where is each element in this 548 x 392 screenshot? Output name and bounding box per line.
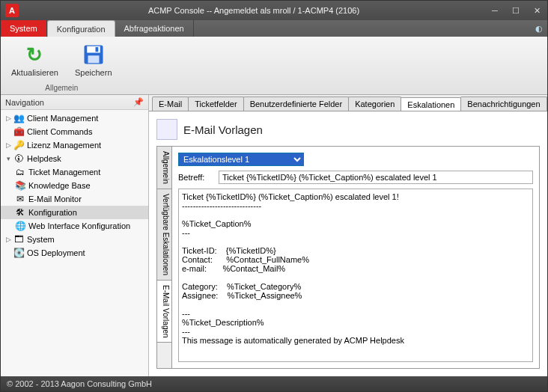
menu-konfiguration[interactable]: Konfiguration [47, 20, 115, 37]
tab-ticketfelder[interactable]: Ticketfelder [188, 97, 243, 111]
navigation-title: Navigation [5, 98, 44, 107]
refresh-button[interactable]: ↻ Aktualisieren [8, 41, 61, 79]
mail-icon: ✉ [14, 193, 26, 205]
page-title: E-Mail Vorlagen [183, 123, 263, 136]
tree-client-commands[interactable]: 🧰Client Commands [1, 125, 148, 138]
refresh-label: Aktualisieren [11, 68, 58, 77]
svg-rect-2 [88, 55, 99, 63]
navigation-panel: Navigation 📌 ▷👥Client Management 🧰Client… [1, 95, 149, 376]
commands-icon: 🧰 [13, 126, 25, 138]
vtab-verfuegbar[interactable]: Verfügbare Eskalationen [157, 189, 171, 281]
save-icon [82, 43, 106, 67]
svg-rect-3 [95, 47, 98, 52]
status-bar: © 2002 - 2013 Aagon Consulting GmbH [1, 376, 547, 391]
menubar: System Konfiguration Abfrageaktionen ◐ [1, 20, 547, 37]
ribbon: ↻ Aktualisieren Speichern Allgemein [1, 37, 547, 95]
save-label: Speichern [75, 68, 112, 77]
system-icon: 🗔 [13, 233, 25, 245]
vtab-vorlagen[interactable]: E-Mail Vorlagen [157, 281, 171, 343]
window-title: ACMP Console -- Angemeldet als mroll / 1… [23, 6, 484, 15]
tree-os-deployment[interactable]: 💽OS Deployment [1, 246, 148, 260]
tree-lizenz-management[interactable]: ▷🔑Lizenz Management [1, 138, 148, 152]
tab-email[interactable]: E-Mail [152, 97, 189, 111]
tab-benutzerfelder[interactable]: Benutzerdefinierte Felder [243, 97, 350, 111]
tree-konfiguration[interactable]: 🛠Konfiguration [1, 206, 148, 219]
tree-helpdesk[interactable]: ▾🛈Helpdesk [1, 152, 148, 165]
content-area: E-Mail Ticketfelder Benutzerdefinierte F… [149, 95, 547, 376]
help-icon[interactable]: ◐ [531, 20, 547, 37]
tree-client-management[interactable]: ▷👥Client Management [1, 111, 148, 125]
users-icon: 👥 [13, 112, 25, 124]
template-body-textarea[interactable] [178, 189, 533, 362]
tab-kategorien[interactable]: Kategorien [348, 97, 401, 111]
vtab-allgemein[interactable]: Allgemein [157, 147, 171, 189]
ribbon-group-allgemein: ↻ Aktualisieren Speichern Allgemein [1, 37, 123, 94]
save-button[interactable]: Speichern [72, 41, 115, 79]
titlebar: A ACMP Console -- Angemeldet als mroll /… [1, 1, 547, 20]
refresh-icon: ↻ [22, 43, 46, 67]
globe-icon: 🌐 [14, 220, 26, 232]
editor-panel: Allgemein Verfügbare Eskalationen E-Mail… [156, 146, 540, 369]
tab-benachrichtigungen[interactable]: Benachrichtigungen [460, 97, 547, 111]
pin-icon[interactable]: 📌 [133, 97, 144, 107]
escalation-level-select[interactable]: Eskalationslevel 1 [178, 153, 304, 166]
ribbon-group-label: Allgemein [8, 83, 115, 93]
menu-abfrageaktionen[interactable]: Abfrageaktionen [115, 20, 194, 37]
close-button[interactable]: ✕ [526, 3, 547, 18]
maximize-button[interactable]: ☐ [505, 3, 526, 18]
tab-anhaenge[interactable]: Anhänge [547, 97, 547, 111]
vertical-tabs: Allgemein Verfügbare Eskalationen E-Mail… [157, 147, 172, 368]
ticket-icon: 🗂 [14, 166, 26, 178]
betreff-label: Betreff: [178, 173, 214, 182]
menu-system[interactable]: System [1, 20, 47, 37]
app-window: A ACMP Console -- Angemeldet als mroll /… [0, 0, 548, 392]
tree-system[interactable]: ▷🗔System [1, 233, 148, 246]
betreff-input[interactable] [219, 171, 533, 184]
page-icon [156, 119, 177, 140]
tab-strip: E-Mail Ticketfelder Benutzerdefinierte F… [149, 95, 547, 111]
tree-knowledge-base[interactable]: 📚Knowledge Base [1, 179, 148, 192]
helpdesk-icon: 🛈 [13, 153, 25, 165]
tree-ticket-management[interactable]: 🗂Ticket Management [1, 165, 148, 179]
tab-eskalationen[interactable]: Eskalationen [401, 97, 461, 111]
page-body: E-Mail Vorlagen Allgemein Verfügbare Esk… [149, 111, 547, 376]
app-icon: A [5, 4, 19, 17]
kb-icon: 📚 [14, 180, 26, 192]
minimize-button[interactable]: ─ [484, 3, 505, 18]
license-icon: 🔑 [13, 139, 25, 151]
tree-web-interface[interactable]: 🌐Web Interface Konfiguration [1, 219, 148, 233]
navigation-header: Navigation 📌 [1, 95, 148, 110]
config-icon: 🛠 [14, 206, 26, 218]
os-icon: 💽 [13, 247, 25, 259]
tree-email-monitor[interactable]: ✉E-Mail Monitor [1, 192, 148, 206]
navigation-tree: ▷👥Client Management 🧰Client Commands ▷🔑L… [1, 110, 148, 376]
